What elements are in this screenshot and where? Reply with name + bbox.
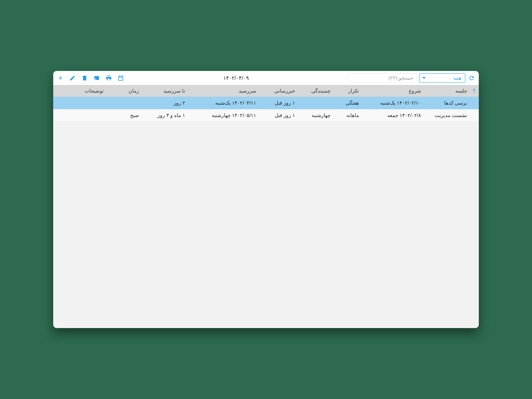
col-header-help[interactable]: ؟ xyxy=(471,85,479,97)
cell-until_due: ۲ روز xyxy=(143,97,189,109)
edit-button[interactable] xyxy=(69,74,76,82)
table-header-row: ؟ جلسه شروع تکرار چسبندگی خبررسانی سررسی… xyxy=(53,85,479,97)
sessions-table: ؟ جلسه شروع تکرار چسبندگی خبررسانی سررسی… xyxy=(53,85,479,122)
print-button[interactable] xyxy=(105,74,112,82)
col-header-session[interactable]: جلسه xyxy=(425,85,471,97)
search-input[interactable] xyxy=(348,73,417,83)
col-header-due[interactable]: سررسید xyxy=(189,85,260,97)
cell-time xyxy=(108,97,143,109)
cell-start: ۱۴۰۲/۰۲/۱۰ یک‌شنبه xyxy=(363,97,425,109)
toolbar-right: همه xyxy=(348,73,475,83)
col-header-time[interactable]: زمان xyxy=(108,85,143,97)
cell-session: نشست مدیریت xyxy=(425,109,471,122)
col-header-repeat[interactable]: تکرار xyxy=(335,85,363,97)
cell-time: صبح xyxy=(108,109,143,122)
cell-start: ۱۴۰۲/۰۲/۸ جمعه xyxy=(363,109,425,122)
app-window: ۱۴۰۲/۰۴/۰۹ همه ؟ جلسه شروع تکرار چسبندگی xyxy=(53,71,479,328)
cell-due: ۱۴۰۲/۰۴/۱۱ یک‌شنبه xyxy=(189,97,260,109)
cell-repeat: هفتگی xyxy=(335,97,363,109)
cell-notify: ۱ روز قبل xyxy=(260,97,299,109)
table-row[interactable]: نشست مدیریت۱۴۰۲/۰۲/۸ جمعهماهانهچهارشنبه۱… xyxy=(53,109,479,122)
contact-card-button[interactable] xyxy=(93,74,100,82)
cell-until_due: ۱ ماه و ۳ روز xyxy=(143,109,189,122)
col-header-desc[interactable]: توضیحات xyxy=(53,85,108,97)
toolbar-left xyxy=(57,74,125,82)
filter-dropdown-label: همه xyxy=(453,75,462,81)
cell-due: ۱۴۰۲/۰۵/۱۱ چهارشنبه xyxy=(189,109,260,122)
col-header-start[interactable]: شروع xyxy=(363,85,425,97)
col-header-until[interactable]: تا سررسید xyxy=(143,85,189,97)
table-row[interactable]: برسی کدها۱۴۰۲/۰۲/۱۰ یک‌شنبههفتگی۱ روز قب… xyxy=(53,97,479,109)
calendar-button[interactable] xyxy=(117,74,125,82)
chevron-down-icon xyxy=(422,77,426,79)
table-container: ؟ جلسه شروع تکرار چسبندگی خبررسانی سررسی… xyxy=(53,85,479,328)
col-header-notify[interactable]: خبررسانی xyxy=(260,85,299,97)
delete-button[interactable] xyxy=(81,74,88,82)
cell-notify: ۱ روز قبل xyxy=(260,109,299,122)
toolbar-date: ۱۴۰۲/۰۴/۰۹ xyxy=(127,75,345,81)
add-button[interactable] xyxy=(57,74,64,82)
cell-help xyxy=(471,109,479,122)
cell-help xyxy=(471,97,479,109)
cell-desc xyxy=(53,109,108,122)
refresh-button[interactable] xyxy=(468,74,475,82)
col-header-stickiness[interactable]: چسبندگی xyxy=(299,85,335,97)
cell-stickiness xyxy=(299,97,335,109)
cell-repeat: ماهانه xyxy=(335,109,363,122)
cell-stickiness: چهارشنبه xyxy=(299,109,335,122)
toolbar: ۱۴۰۲/۰۴/۰۹ همه xyxy=(53,71,479,85)
filter-dropdown[interactable]: همه xyxy=(419,73,465,83)
cell-desc xyxy=(53,97,108,109)
cell-session: برسی کدها xyxy=(425,97,471,109)
